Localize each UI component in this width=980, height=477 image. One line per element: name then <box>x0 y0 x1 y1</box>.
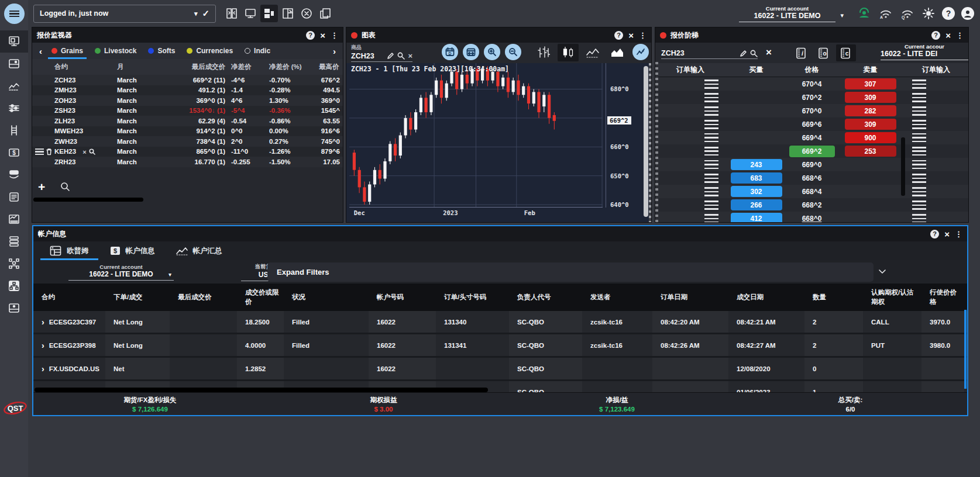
symbol-field[interactable]: ZCH23 <box>661 44 758 59</box>
chart-titlebar[interactable]: 图表 ? × ⋮ <box>346 27 651 43</box>
order-entry-handle-icon[interactable] <box>912 93 926 102</box>
col-last[interactable]: 最后成交价 <box>164 63 228 71</box>
ladder-mode-orders-button[interactable]: o <box>814 44 834 61</box>
col-sell-qty[interactable]: 卖量 <box>837 65 904 75</box>
ladder-row[interactable]: 670^0 282 <box>655 104 968 117</box>
price-cell[interactable]: 668^6 <box>789 174 835 182</box>
sidebar-item-news[interactable] <box>0 186 28 208</box>
sidebar-item-orders[interactable] <box>0 164 28 186</box>
table-row[interactable]: ›ECESG23C397 Net Long 18.2500 Filled 160… <box>33 311 967 334</box>
order-entry-handle-icon[interactable] <box>912 120 926 129</box>
ladder-row[interactable]: 412 668^0 <box>655 212 968 222</box>
price-cell[interactable]: 668^2 <box>789 201 835 209</box>
sidebar-item-network[interactable] <box>0 253 28 275</box>
tabs-scroll-right[interactable]: › <box>329 46 339 56</box>
sidebar-item-servers[interactable] <box>0 230 28 253</box>
wifi-a-status-icon[interactable]: A <box>878 6 893 20</box>
range-chart-button[interactable] <box>463 44 479 60</box>
order-entry-handle-icon[interactable] <box>912 174 926 183</box>
order-entry-handle-icon[interactable] <box>704 201 718 210</box>
order-entry-handle-icon[interactable] <box>912 214 926 223</box>
sell-quantity-pill[interactable]: 307 <box>845 78 896 89</box>
order-entry-handle-icon[interactable] <box>912 133 926 143</box>
chart-vertical-scrollbar[interactable] <box>644 66 648 217</box>
sidebar-item-chart-report[interactable] <box>0 208 28 230</box>
expand-row-icon[interactable]: › <box>42 341 44 350</box>
account-column-header[interactable]: 帐户号码 <box>369 284 436 311</box>
symbol-input[interactable]: ZCH23 <box>351 52 384 60</box>
close-icon[interactable]: × <box>628 31 634 40</box>
ladder-row[interactable]: 669^4 900 <box>655 131 968 144</box>
add-symbol-button[interactable]: + <box>38 181 45 193</box>
help-icon[interactable]: ? <box>931 31 940 40</box>
layout-arrange-button[interactable] <box>279 5 297 22</box>
table-row[interactable]: ZCH23 March 669^2 (11) -4^6 -0.70% 676^2 <box>32 75 343 85</box>
col-contract[interactable]: 合约 <box>51 63 114 71</box>
table-row[interactable]: ZSH23 March 1534^0↓ (1) -5^4 -0.36% 1545… <box>32 106 343 116</box>
tab-account-summary[interactable]: 帐户汇总 <box>167 241 232 260</box>
edit-pencil-icon[interactable] <box>740 50 747 57</box>
price-cell[interactable]: 669^2 <box>789 146 835 157</box>
ladder-mode-info-button[interactable]: i <box>792 44 811 61</box>
expand-filters-button[interactable]: Expand Filters <box>267 262 874 282</box>
kebab-menu-icon[interactable]: ⋮ <box>955 230 962 238</box>
buy-quantity-pill[interactable]: 302 <box>731 186 782 197</box>
account-column-header[interactable]: 行使价价格 <box>921 284 964 311</box>
order-entry-handle-icon[interactable] <box>912 187 926 196</box>
monitor-view-button[interactable] <box>242 5 259 22</box>
zoom-out-button[interactable] <box>505 44 521 60</box>
clear-symbol-icon[interactable]: × <box>766 47 772 58</box>
sell-quantity-pill[interactable]: 900 <box>845 132 896 143</box>
ladder-row[interactable]: 683 668^6 <box>655 171 968 185</box>
ladder-row[interactable]: 670^2 309 <box>655 91 968 104</box>
col-net-change-pct[interactable]: 净差价 (%) <box>266 63 316 71</box>
ladder-row[interactable]: 302 668^4 <box>655 185 968 198</box>
sidebar-item-structure[interactable] <box>0 275 28 297</box>
close-icon[interactable]: × <box>944 230 950 238</box>
sell-quantity-pill[interactable]: 309 <box>845 119 896 130</box>
sidebar-item-accounts[interactable] <box>0 297 28 319</box>
order-entry-handle-icon[interactable] <box>704 106 718 116</box>
horizontal-scrollbar[interactable] <box>33 198 143 202</box>
order-entry-handle-icon[interactable] <box>704 174 718 183</box>
account-column-header[interactable]: 发送者 <box>582 284 652 311</box>
quote-tab[interactable]: Softs <box>142 43 181 59</box>
chart-type-line-button[interactable] <box>582 44 603 61</box>
brightness-icon[interactable] <box>921 6 936 20</box>
close-icon[interactable]: × <box>320 31 325 40</box>
buy-quantity-pill[interactable]: 683 <box>731 172 782 184</box>
account-horizontal-scrollbar[interactable] <box>35 388 488 392</box>
chart-plot-area[interactable]: ZCH23 - 1 [Thu 23 Feb 2023][10:34:00am] … <box>346 63 651 222</box>
ladder-vertical-scrollbar[interactable] <box>901 137 905 196</box>
ladder-row[interactable]: 669^2 253 <box>655 144 968 158</box>
order-entry-handle-icon[interactable] <box>912 80 926 89</box>
buy-quantity-pill[interactable]: 266 <box>731 199 782 210</box>
chart-type-area-button[interactable] <box>607 44 628 61</box>
price-cell[interactable]: 669^6 <box>789 120 835 129</box>
account-vertical-scrollbar[interactable] <box>964 310 967 389</box>
help-icon[interactable]: ? <box>306 31 315 40</box>
price-cell[interactable]: 670^2 <box>789 94 835 102</box>
ladder-account-select[interactable]: Current accour 16022 - LITE DEI <box>881 43 968 60</box>
account-column-header[interactable]: 负责人代号 <box>509 284 582 311</box>
panel-splitter[interactable] <box>649 63 651 222</box>
account-column-header[interactable]: 下单/成交 <box>105 284 170 311</box>
clear-symbol-icon[interactable]: × <box>408 51 412 60</box>
table-row[interactable]: ZOH23 March 369^0 (1) 4^6 1.30% 369^0 <box>32 95 343 106</box>
quote-tab[interactable]: Grains <box>46 43 89 59</box>
current-account-select[interactable]: Current account 16022 - LITE DEMO ▾ <box>739 5 835 22</box>
price-cell[interactable]: 669^0 <box>789 161 835 169</box>
ladder-row[interactable]: 670^4 307 <box>655 77 968 91</box>
trash-icon[interactable] <box>46 148 51 155</box>
price-axis[interactable]: 680^0660^0650^0640^0669^2 <box>606 63 644 208</box>
indicators-button[interactable] <box>632 44 649 60</box>
wifi-q-status-icon[interactable]: Q <box>900 6 915 20</box>
sell-quantity-pill[interactable]: 253 <box>845 146 896 157</box>
kebab-menu-icon[interactable]: ⋮ <box>639 31 647 40</box>
order-entry-handle-icon[interactable] <box>912 160 926 170</box>
account-column-header[interactable]: 成交价或限价 <box>237 284 284 311</box>
main-menu-button[interactable] <box>4 4 25 24</box>
price-cell[interactable]: 668^4 <box>789 188 835 196</box>
price-cell[interactable]: 670^4 <box>789 80 835 88</box>
ladder-row[interactable]: 669^6 309 <box>655 117 968 131</box>
